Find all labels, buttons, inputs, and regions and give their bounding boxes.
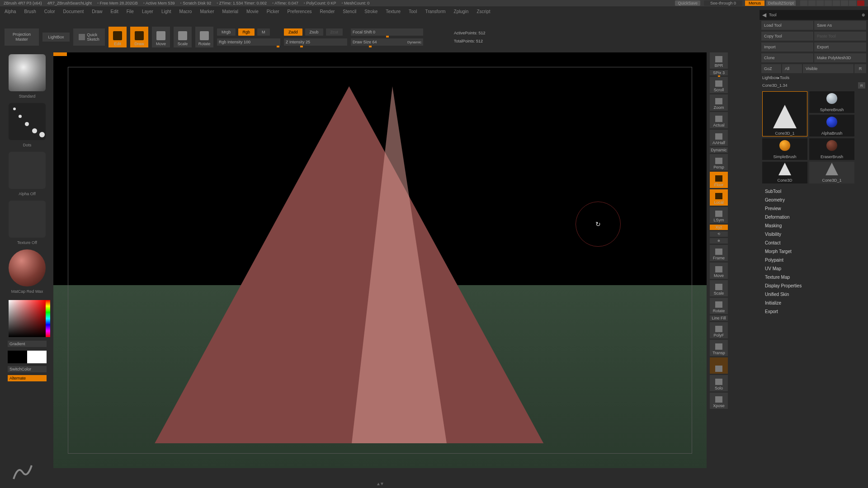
tool-thumb-cone-active[interactable]: Cone3D_1: [762, 91, 807, 136]
menu-zplugin[interactable]: Zplugin: [454, 9, 469, 14]
titlebar-icon[interactable]: [816, 0, 824, 6]
persp-button[interactable]: Persp: [710, 154, 728, 170]
section-uv-map[interactable]: UV Map: [760, 264, 868, 273]
section-export[interactable]: Export: [760, 307, 868, 316]
pin-icon[interactable]: ⊕: [862, 13, 865, 17]
solo-button[interactable]: Solo: [710, 375, 728, 391]
menu-file[interactable]: File: [127, 9, 134, 14]
seethrough-slider[interactable]: See-through 0: [704, 0, 742, 6]
zsub-button[interactable]: Zsub: [305, 28, 323, 36]
vp-move-button[interactable]: Move: [710, 263, 728, 279]
z-intensity-slider[interactable]: Z Intensity 25: [284, 38, 347, 46]
color-picker[interactable]: [9, 300, 46, 337]
tool-panel-header[interactable]: ◀Tool⊕: [760, 10, 868, 20]
frame-button[interactable]: Frame: [710, 245, 728, 261]
goz-all-button[interactable]: All: [782, 64, 802, 73]
menu-draw[interactable]: Draw: [92, 9, 102, 14]
move-mode-button[interactable]: Move: [152, 27, 170, 47]
tool-thumb-cone3d[interactable]: Cone3D: [762, 162, 807, 183]
menu-zscript[interactable]: Zscript: [476, 9, 490, 14]
menu-preferences[interactable]: Preferences: [288, 9, 312, 14]
scale-mode-button[interactable]: Scale: [174, 27, 192, 47]
menu-alpha[interactable]: Alpha: [5, 9, 16, 14]
menu-transform[interactable]: Transform: [425, 9, 445, 14]
menu-layer[interactable]: Layer: [142, 9, 153, 14]
m-button[interactable]: M: [257, 28, 270, 36]
rot-z-button[interactable]: ⊕: [710, 238, 728, 244]
section-subtool[interactable]: SubTool: [760, 187, 868, 196]
section-display-properties[interactable]: Display Properties: [760, 282, 868, 290]
alpha-thumbnail[interactable]: [9, 152, 46, 189]
vp-rotate-button[interactable]: Rotate: [710, 298, 728, 314]
rgb-intensity-slider[interactable]: Rgb Intensity 100: [217, 38, 280, 46]
xpose-button[interactable]: Xpose: [710, 393, 728, 409]
section-preview[interactable]: Preview: [760, 204, 868, 213]
alternate-button[interactable]: Alternate: [8, 375, 47, 381]
goz-visible-button[interactable]: Visible: [803, 64, 854, 73]
copy-tool-button[interactable]: Copy Tool: [761, 32, 813, 41]
actual-button[interactable]: Actual: [710, 112, 728, 128]
clone-button[interactable]: Clone: [761, 53, 813, 62]
section-visibility[interactable]: Visibility: [760, 230, 868, 239]
texture-thumbnail[interactable]: [9, 201, 46, 238]
menu-color[interactable]: Color: [44, 9, 55, 14]
menu-render[interactable]: Render: [320, 9, 335, 14]
section-contact[interactable]: Contact: [760, 239, 868, 247]
section-masking[interactable]: Masking: [760, 221, 868, 230]
zcut-button[interactable]: Zcut: [326, 28, 343, 36]
section-polypaint[interactable]: Polypaint: [760, 256, 868, 264]
aahalf-button[interactable]: AAHalf: [710, 130, 728, 146]
goz-button[interactable]: GoZ: [761, 64, 781, 73]
default-zscript[interactable]: DefaultZScript: [766, 0, 796, 6]
tool-thumb-simplebrush[interactable]: SimpleBrush: [762, 138, 807, 160]
menu-tool[interactable]: Tool: [409, 9, 417, 14]
draw-mode-button[interactable]: Draw: [130, 27, 148, 47]
focal-shift-slider[interactable]: Focal Shift 0: [351, 28, 423, 36]
menu-macro[interactable]: Macro: [179, 9, 192, 14]
xyz-button[interactable]: Xyz: [710, 225, 728, 230]
ghost-button[interactable]: [710, 357, 728, 374]
viewport-tab[interactable]: [53, 52, 67, 56]
menu-document[interactable]: Document: [63, 9, 84, 14]
rot-y-button[interactable]: ⟲: [710, 231, 728, 237]
save-as-button[interactable]: Save As: [814, 21, 866, 30]
export-button[interactable]: Export: [814, 42, 866, 52]
menu-light[interactable]: Light: [161, 9, 171, 14]
projection-master-button[interactable]: Projection Master: [5, 28, 39, 46]
paste-tool-button[interactable]: Paste Tool: [814, 32, 866, 41]
lsym-button[interactable]: LSym: [710, 207, 728, 223]
transp-button[interactable]: Transp: [710, 340, 728, 356]
lightbox-button[interactable]: LightBox: [42, 33, 70, 42]
quick-sketch-button[interactable]: Quick Sketch: [73, 28, 105, 46]
tool-thumb-eraserbrush[interactable]: EraserBrush: [809, 138, 854, 160]
minimize-icon[interactable]: [841, 0, 848, 6]
maximize-icon[interactable]: [849, 0, 856, 6]
menu-stencil[interactable]: Stencil: [343, 9, 356, 14]
switch-color-button[interactable]: SwitchColor: [8, 366, 47, 372]
section-initialize[interactable]: Initialize: [760, 299, 868, 307]
zoom-button[interactable]: Zoom: [710, 94, 728, 111]
lightbox-tools-link[interactable]: Lightbox▸Tools: [760, 74, 868, 81]
section-morph-target[interactable]: Morph Target: [760, 247, 868, 256]
close-icon[interactable]: [857, 0, 864, 6]
menu-picker[interactable]: Picker: [267, 9, 279, 14]
quicksave-button[interactable]: QuickSave: [675, 0, 700, 6]
titlebar-icon[interactable]: [800, 0, 807, 6]
edit-mode-button[interactable]: Edit: [108, 27, 127, 47]
rgb-button[interactable]: Rgb: [238, 28, 255, 36]
section-deformation[interactable]: Deformation: [760, 213, 868, 221]
resize-handle[interactable]: ▲▼: [376, 481, 383, 486]
menu-edit[interactable]: Edit: [111, 9, 118, 14]
tool-thumb-cone3d-1[interactable]: Cone3D_1: [809, 162, 854, 183]
section-texture-map[interactable]: Texture Map: [760, 273, 868, 282]
draw-size-slider[interactable]: Draw Size 64Dynamic: [351, 38, 423, 46]
mrgb-button[interactable]: Mrgb: [217, 28, 236, 36]
import-button[interactable]: Import: [761, 42, 813, 52]
color-swatches[interactable]: [8, 351, 47, 363]
vp-scale-button[interactable]: Scale: [710, 280, 728, 296]
zadd-button[interactable]: Zadd: [284, 28, 302, 36]
goz-r-button[interactable]: R: [854, 64, 866, 73]
section-geometry[interactable]: Geometry: [760, 196, 868, 204]
material-thumbnail[interactable]: [9, 249, 46, 286]
section-unified-skin[interactable]: Unified Skin: [760, 290, 868, 299]
